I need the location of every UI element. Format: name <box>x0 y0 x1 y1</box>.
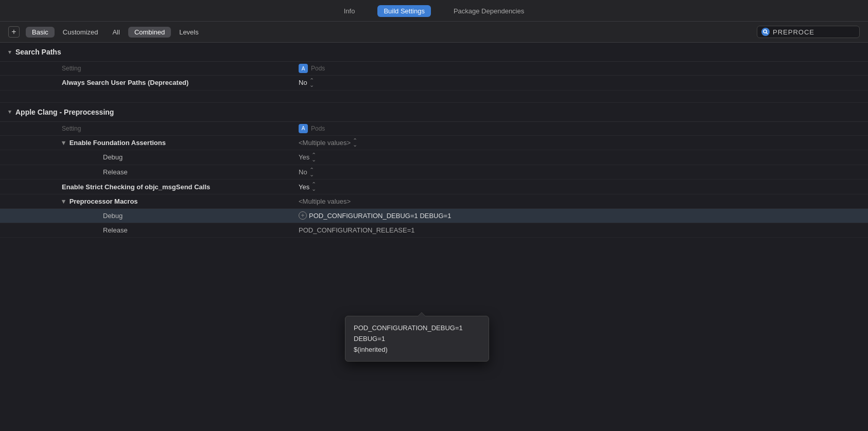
filter-basic[interactable]: Basic <box>26 27 55 38</box>
stepper-always-search[interactable]: ⌃⌄ <box>309 78 314 87</box>
setting-name-ef-release: Release <box>0 168 299 176</box>
filter-bar: + Basic Customized All Combined Levels P… <box>0 22 868 43</box>
row-always-search-user-paths: Always Search User Paths (Deprecated) No… <box>0 76 868 91</box>
popover-item-0: POD_CONFIGURATION_DEBUG=1 <box>354 322 480 333</box>
setting-name-pm-release: Release <box>0 226 299 234</box>
row-preprocessor-release: Release POD_CONFIGURATION_RELEASE=1 <box>0 223 868 238</box>
filter-all[interactable]: All <box>106 27 126 38</box>
setting-name-ef-debug: Debug <box>0 153 299 161</box>
col-setting-label-1: Setting <box>0 65 299 72</box>
popover-item-1: DEBUG=1 <box>354 333 480 344</box>
setting-value-pm-debug[interactable]: + POD_CONFIGURATION_DEBUG=1 DEBUG=1 <box>299 211 451 220</box>
setting-value-always-search[interactable]: No ⌃⌄ <box>299 78 314 87</box>
row-enable-foundation-release: Release No ⌃⌄ <box>0 165 868 180</box>
setting-value-preprocessor-macros[interactable]: <Multiple values> <box>299 197 351 205</box>
filter-combined[interactable]: Combined <box>128 27 171 38</box>
tab-build-settings[interactable]: Build Settings <box>377 5 431 17</box>
pods-icon-2: A <box>299 124 308 133</box>
stepper-ef-release[interactable]: ⌃⌄ <box>309 168 314 177</box>
main-content: ▾ Search Paths Setting A Pods Always Sea… <box>0 43 868 238</box>
pods-icon-1: A <box>299 64 308 73</box>
stepper-strict-checking[interactable]: ⌃⌄ <box>311 182 316 191</box>
setting-value-enable-foundation[interactable]: <Multiple values> ⌃⌄ <box>299 138 357 148</box>
row-enable-strict-checking: Enable Strict Checking of objc_msgSend C… <box>0 179 868 194</box>
search-input[interactable]: PREPROCE <box>773 28 814 36</box>
row-enable-foundation-debug: Debug Yes ⌃⌄ <box>0 150 868 165</box>
chevron-search-paths: ▾ <box>8 49 11 56</box>
plus-button-debug[interactable]: + <box>299 211 307 220</box>
setting-value-pm-release[interactable]: POD_CONFIGURATION_RELEASE=1 <box>299 226 415 234</box>
filter-customized[interactable]: Customized <box>57 27 105 38</box>
filter-levels[interactable]: Levels <box>173 27 205 38</box>
stepper-enable-foundation[interactable]: ⌃⌄ <box>353 138 357 148</box>
setting-value-ef-release[interactable]: No ⌃⌄ <box>299 168 314 177</box>
setting-value-ef-debug[interactable]: Yes ⌃⌄ <box>299 153 316 162</box>
setting-value-strict-checking[interactable]: Yes ⌃⌄ <box>299 182 316 191</box>
popover-item-2: $(inherited) <box>354 344 480 355</box>
setting-name-preprocessor-macros: ▾ Preprocessor Macros <box>0 197 299 205</box>
col-header-apple-clang: Setting A Pods <box>0 122 868 136</box>
col-setting-label-2: Setting <box>0 125 299 132</box>
section-search-paths[interactable]: ▾ Search Paths <box>0 43 868 62</box>
tab-info[interactable]: Info <box>338 5 361 17</box>
col-header-search-paths: Setting A Pods <box>0 62 868 76</box>
setting-name-enable-foundation: ▾ Enable Foundation Assertions <box>0 139 299 147</box>
section-title-search-paths: Search Paths <box>15 48 61 56</box>
tab-package-dependencies[interactable]: Package Dependencies <box>447 5 530 17</box>
col-pods-label-1: A Pods <box>299 64 325 73</box>
svg-point-0 <box>763 30 767 33</box>
setting-name-strict-checking: Enable Strict Checking of objc_msgSend C… <box>0 183 299 191</box>
search-icon <box>761 28 770 36</box>
row-preprocessor-macros: ▾ Preprocessor Macros <Multiple values> <box>0 194 868 209</box>
add-button[interactable]: + <box>8 26 20 38</box>
popover-debug-values: POD_CONFIGURATION_DEBUG=1 DEBUG=1 $(inhe… <box>345 316 489 362</box>
stepper-ef-debug[interactable]: ⌃⌄ <box>311 153 316 162</box>
setting-name-always-search: Always Search User Paths (Deprecated) <box>0 79 299 86</box>
setting-name-pm-debug: Debug <box>0 212 299 220</box>
section-title-apple-clang: Apple Clang - Preprocessing <box>15 108 114 116</box>
row-enable-foundation-assertions: ▾ Enable Foundation Assertions <Multiple… <box>0 136 868 151</box>
chevron-apple-clang: ▾ <box>8 109 11 115</box>
section-apple-clang[interactable]: ▾ Apple Clang - Preprocessing <box>0 103 868 122</box>
row-preprocessor-debug: Debug + POD_CONFIGURATION_DEBUG=1 DEBUG=… <box>0 209 868 223</box>
tab-bar: Info Build Settings Package Dependencies <box>0 0 868 22</box>
col-pods-label-2: A Pods <box>299 124 325 133</box>
search-container[interactable]: PREPROCE <box>757 26 860 38</box>
svg-line-1 <box>767 33 768 34</box>
